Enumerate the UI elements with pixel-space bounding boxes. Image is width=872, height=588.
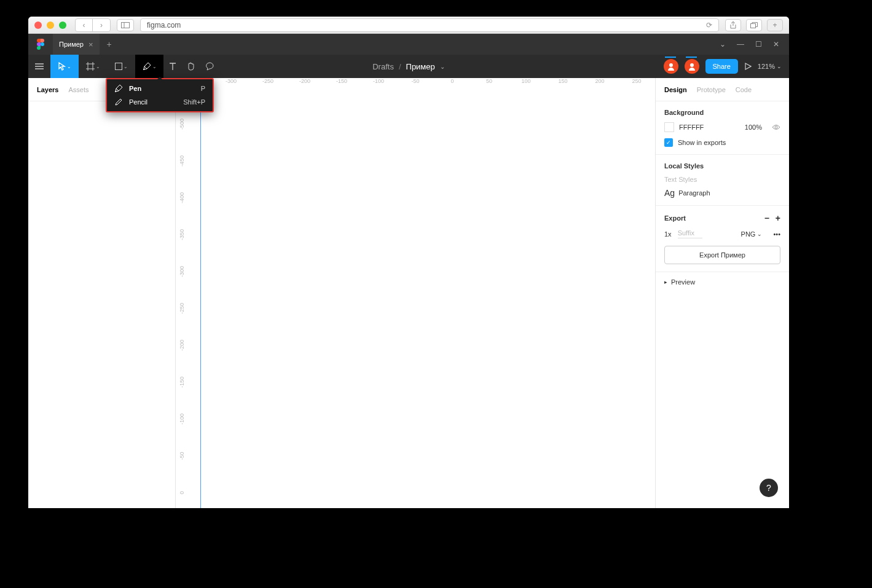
ruler-tick: -50	[179, 452, 185, 460]
tab-code[interactable]: Code	[736, 86, 752, 93]
window-maximize-icon[interactable]: ☐	[755, 40, 762, 49]
toolbar-right: Share 121% ⌄	[664, 59, 790, 74]
ruler-tick: -300	[179, 266, 185, 277]
minimize-window-icon[interactable]	[47, 22, 54, 29]
chevron-down-icon: ⌄	[67, 64, 71, 69]
hand-tool-button[interactable]	[182, 55, 200, 78]
add-export-button[interactable]: +	[776, 213, 780, 223]
preview-label: Preview	[671, 278, 695, 286]
dropdown-label: Pen	[129, 85, 141, 92]
shape-tool-button[interactable]: ⌄	[107, 55, 135, 78]
ruler-tick: -100	[373, 78, 384, 84]
ruler-tick: -250	[179, 303, 185, 314]
forward-button[interactable]: ›	[93, 19, 110, 31]
zoom-window-icon[interactable]	[59, 22, 66, 29]
chevron-down-icon: ⌄	[777, 63, 782, 69]
frame-tool-button[interactable]: ⌄	[79, 55, 107, 78]
color-hex-input[interactable]: FFFFFF	[679, 123, 710, 131]
dropdown-item-pen[interactable]: Pen P	[107, 82, 213, 95]
ruler-tick: -450	[179, 155, 185, 167]
text-tool-button[interactable]	[163, 55, 182, 78]
svg-point-12	[143, 69, 144, 70]
checkbox-checked-icon[interactable]: ✓	[664, 138, 673, 147]
export-header: Export − +	[664, 213, 780, 223]
color-opacity-input[interactable]: 100%	[745, 123, 762, 131]
tabbar-right: ⌄ — ☐ ✕	[720, 40, 789, 49]
show-in-exports-row[interactable]: ✓ Show in exports	[664, 138, 780, 147]
window-minimize-icon[interactable]: —	[737, 40, 744, 49]
tab-layers[interactable]: Layers	[37, 86, 58, 93]
svg-rect-11	[115, 63, 122, 70]
figma-logo-icon[interactable]	[28, 39, 53, 50]
chevron-down-icon: ⌄	[96, 64, 100, 69]
move-tool-button[interactable]: ⌄	[50, 55, 79, 78]
text-style-name: Paragraph	[678, 189, 710, 197]
tab-assets[interactable]: Assets	[68, 86, 88, 93]
window-dropdown-icon[interactable]: ⌄	[720, 40, 726, 49]
export-options-button[interactable]: •••	[773, 230, 780, 238]
breadcrumb[interactable]: Drafts / Пример ⌄	[372, 62, 445, 71]
preview-row[interactable]: ▸ Preview	[656, 273, 789, 291]
avatar[interactable]	[664, 59, 678, 74]
share-button[interactable]: Share	[705, 59, 738, 74]
ruler-tick: -200	[299, 78, 310, 84]
tab-prototype[interactable]: Prototype	[697, 86, 726, 93]
caret-right-icon: ▸	[664, 279, 667, 285]
help-button[interactable]: ?	[760, 479, 778, 497]
refresh-icon[interactable]: ⟳	[706, 21, 712, 29]
avatar[interactable]	[685, 59, 699, 74]
export-format-select[interactable]: PNG ⌄	[741, 230, 763, 238]
svg-rect-0	[122, 22, 130, 28]
canvas[interactable]: -300 -250 -200 -150 -100 -50 0 50 100 15…	[176, 78, 655, 508]
url-text: figma.com	[147, 21, 181, 29]
zoom-control[interactable]: 121% ⌄	[758, 63, 782, 70]
export-suffix-input[interactable]: Suffix	[678, 229, 702, 238]
new-tab-button[interactable]: +	[767, 19, 783, 31]
tabs-icon[interactable]	[746, 19, 762, 31]
export-button[interactable]: Export Пример	[664, 246, 780, 264]
back-button[interactable]: ‹	[76, 19, 93, 31]
pencil-icon	[114, 98, 123, 106]
visibility-icon[interactable]	[772, 124, 780, 130]
export-section: Export − + 1x Suffix PNG ⌄ ••• Export Пр…	[656, 206, 789, 272]
mac-titlebar: ‹ › figma.com ⟳ +	[28, 17, 789, 34]
tab-close-icon[interactable]: ×	[88, 40, 93, 49]
tab-design[interactable]: Design	[664, 86, 687, 93]
ruler-tick: 0	[450, 78, 454, 84]
window-close-icon[interactable]: ✕	[773, 40, 779, 49]
svg-point-16	[690, 63, 694, 67]
remove-export-button[interactable]: −	[764, 213, 769, 223]
url-bar[interactable]: figma.com ⟳	[140, 18, 719, 32]
background-header: Background	[664, 109, 780, 116]
ruler-tick: -400	[179, 192, 185, 203]
ruler-tick: 100	[521, 78, 530, 84]
present-button[interactable]	[744, 63, 752, 70]
ruler-tick: 50	[486, 78, 492, 84]
dropdown-item-pencil[interactable]: Pencil Shift+P	[107, 95, 213, 109]
local-styles-header: Local Styles	[664, 162, 780, 170]
tab-active[interactable]: Пример ×	[53, 34, 100, 55]
share-icon[interactable]	[725, 19, 741, 31]
text-style-item[interactable]: Ag Paragraph	[664, 188, 780, 198]
ruler-tick: 200	[595, 78, 604, 84]
chevron-down-icon: ⌄	[124, 64, 128, 69]
comment-tool-button[interactable]	[200, 55, 219, 78]
dropdown-shortcut: Shift+P	[183, 98, 205, 106]
chevron-down-icon[interactable]: ⌄	[440, 63, 445, 70]
toolbar: ⌄ ⌄ ⌄ ⌄ Drafts / Пример ⌄	[28, 55, 789, 78]
app-window: ‹ › figma.com ⟳ + Пример × + ⌄ — ☐ ✕	[28, 17, 789, 508]
export-scale-input[interactable]: 1x	[664, 230, 672, 238]
ruler-horizontal: -300 -250 -200 -150 -100 -50 0 50 100 15…	[188, 78, 655, 90]
color-swatch[interactable]	[664, 122, 674, 132]
page-guide-line	[200, 90, 201, 508]
local-styles-section: Local Styles Text Styles Ag Paragraph	[656, 155, 789, 206]
sidebar-toggle-icon[interactable]	[117, 19, 134, 31]
export-settings-row: 1x Suffix PNG ⌄ •••	[664, 229, 780, 238]
menu-button[interactable]	[28, 55, 50, 78]
close-window-icon[interactable]	[34, 22, 42, 29]
left-panel: Layers Assets	[28, 78, 176, 508]
dropdown-shortcut: P	[201, 85, 205, 92]
background-color-row: FFFFFF 100%	[664, 122, 780, 132]
traffic-lights[interactable]	[34, 22, 66, 29]
add-tab-button[interactable]: +	[100, 39, 119, 49]
